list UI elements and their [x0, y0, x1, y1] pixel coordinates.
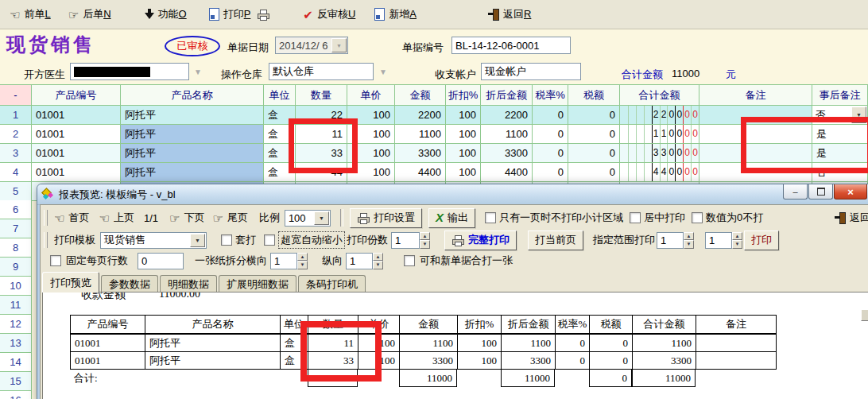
first-page-button[interactable]: ☜首页 [54, 211, 89, 225]
copies-spinner[interactable]: ▲▼ [420, 232, 430, 249]
unaudit-button[interactable]: ✔ 反审核U [303, 7, 355, 21]
cell-disc-amount[interactable]: 2200 [481, 106, 533, 125]
range-to-input[interactable]: 1 [705, 232, 732, 249]
spin-down-icon[interactable]: ▼ [373, 261, 383, 269]
copies-input[interactable]: 1 [391, 232, 420, 249]
cell-amount[interactable]: 4400 [395, 163, 446, 182]
full-print-button[interactable]: 完整打印 [444, 230, 517, 250]
row-number[interactable]: 14 [0, 353, 32, 372]
cell-discount[interactable]: 100 [446, 144, 481, 163]
spin-up-icon[interactable]: ▲ [684, 232, 694, 241]
split-vertical-input[interactable]: 1 [346, 253, 373, 269]
cell-name[interactable]: 阿托平 [121, 106, 264, 125]
export-button[interactable]: X 输出 [428, 208, 475, 228]
tab-barcode-printer[interactable]: 条码打印机 [298, 275, 366, 292]
cell-tax-rate[interactable]: 0 [533, 163, 568, 182]
warehouse-dropdown-icon[interactable]: ▼ [379, 68, 387, 76]
quick-print-button[interactable] [257, 10, 269, 20]
split-horizontal-spinner[interactable]: ▲▼ [297, 253, 308, 269]
template-dropdown-arrow[interactable]: ▼ [190, 234, 205, 247]
cell-total-digit-grid[interactable]: 220000 [620, 106, 699, 125]
cell-amount[interactable]: 3300 [395, 144, 446, 163]
row-number[interactable]: 7 [0, 219, 32, 238]
row-number[interactable]: 5 [0, 182, 32, 201]
preview-scrollbar-button[interactable] [861, 309, 868, 321]
prev-doc-button[interactable]: ☜ 前单L [10, 7, 51, 21]
tab-print-preview[interactable]: 打印预览 [42, 272, 99, 292]
cell-total-digit-grid[interactable]: 110000 [620, 125, 699, 144]
cell-discount[interactable]: 100 [446, 163, 481, 182]
cell-name[interactable]: 阿托平 [121, 144, 264, 163]
cell-name[interactable]: 阿托平 [121, 163, 264, 182]
cell-amount[interactable]: 1100 [395, 125, 446, 144]
next-page-button[interactable]: ☞下页 [169, 211, 204, 225]
row-number[interactable]: 12 [0, 315, 32, 334]
spin-down-icon[interactable]: ▼ [297, 261, 308, 269]
add-new-button[interactable]: 新增A [374, 7, 417, 21]
row-number[interactable]: 1 [0, 106, 32, 125]
cell-code[interactable]: 01001 [32, 106, 121, 125]
cell-amount[interactable]: 2200 [395, 106, 446, 125]
date-combobox[interactable]: 2014/12/ 6 ▼ [275, 37, 348, 54]
spin-down-icon[interactable]: ▼ [732, 240, 742, 249]
row-number[interactable]: 3 [0, 144, 32, 163]
row-number[interactable]: 13 [0, 334, 32, 353]
cell-code[interactable]: 01001 [32, 144, 121, 163]
functions-button[interactable]: 功能O [145, 7, 187, 21]
prev-page-button[interactable]: ☜上页 [99, 211, 134, 225]
print-range-button[interactable]: 打印 [744, 230, 779, 250]
cell-tax[interactable]: 0 [568, 125, 620, 144]
cell-discount[interactable]: 100 [446, 106, 481, 125]
minimize-button[interactable]: – [783, 184, 808, 200]
scale-dropdown-arrow[interactable]: ▼ [314, 211, 329, 225]
combine-print-checkbox[interactable] [404, 255, 415, 266]
spin-down-icon[interactable]: ▼ [684, 240, 694, 249]
row-number[interactable]: 4 [0, 163, 32, 182]
cell-disc-amount[interactable]: 3300 [481, 144, 533, 163]
spin-up-icon[interactable]: ▲ [732, 232, 742, 241]
print-setup-button[interactable]: 打印设置 [350, 208, 422, 228]
row-number[interactable]: 11 [0, 296, 32, 315]
cell-tax-rate[interactable]: 0 [533, 106, 568, 125]
no-subtotal-checkbox[interactable] [485, 212, 496, 223]
center-print-checkbox[interactable] [630, 212, 641, 223]
warehouse-input[interactable]: 默认仓库 [269, 63, 374, 80]
scale-combobox[interactable]: 100 ▼ [285, 210, 331, 227]
range-to-spinner[interactable]: ▲▼ [732, 232, 742, 249]
tab-extended-detail-data[interactable]: 扩展明细数据 [219, 275, 296, 292]
tab-detail-data[interactable]: 明细数据 [160, 275, 217, 292]
row-number[interactable]: 8 [0, 238, 32, 258]
cell-total-digit-grid[interactable]: 440000 [620, 163, 699, 182]
maximize-button[interactable] [808, 184, 833, 200]
cell-tax-rate[interactable]: 0 [533, 144, 568, 163]
row-number[interactable]: 6 [0, 200, 32, 219]
cell-total-digit-grid[interactable]: 330000 [620, 144, 699, 163]
template-combobox[interactable]: 现货销售 ▼ [100, 232, 207, 249]
doctor-dropdown-icon[interactable]: ▼ [194, 68, 202, 76]
spin-down-icon[interactable]: ▼ [420, 240, 430, 249]
doctor-input[interactable] [70, 63, 189, 80]
spin-up-icon[interactable]: ▲ [297, 253, 308, 261]
spin-up-icon[interactable]: ▲ [420, 232, 430, 241]
cell-tax-rate[interactable]: 0 [533, 125, 568, 144]
dialog-titlebar[interactable]: 报表预览: 模板编号 - v_bl – × [37, 184, 868, 205]
cell-tax[interactable]: 0 [568, 163, 620, 182]
doc-number-input[interactable]: BL-14-12-06-0001 [451, 37, 571, 54]
zero-skip-checkbox[interactable] [692, 212, 703, 223]
cell-code[interactable]: 01001 [32, 125, 121, 144]
overlay-print-checkbox[interactable] [221, 234, 232, 246]
date-dropdown-arrow[interactable]: ▼ [331, 38, 347, 52]
range-from-input[interactable]: 1 [657, 232, 684, 249]
split-vertical-spinner[interactable]: ▲▼ [373, 253, 383, 269]
row-number[interactable]: 15 [0, 372, 32, 391]
split-horizontal-input[interactable]: 1 [270, 253, 297, 269]
row-number[interactable]: 16 [0, 391, 32, 399]
row-number[interactable]: 10 [0, 277, 32, 296]
dialog-back-button[interactable]: 返回 [835, 211, 868, 225]
auto-shrink-checkbox[interactable] [264, 234, 275, 246]
cell-discount[interactable]: 100 [446, 125, 481, 144]
next-doc-button[interactable]: ☞ 后单N [68, 7, 111, 21]
fixed-rows-checkbox[interactable] [50, 255, 61, 266]
close-button[interactable]: × [834, 184, 867, 200]
cell-tax[interactable]: 0 [568, 144, 620, 163]
